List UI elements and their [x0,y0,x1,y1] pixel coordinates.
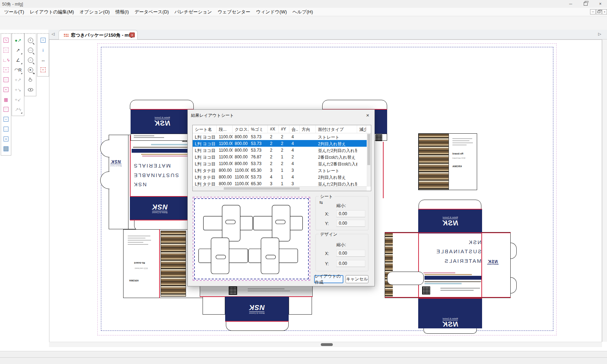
table-body[interactable]: L判 ヨコ目1100.00800.0053.73224ストレートL判 ヨコ目11… [193,133,371,187]
column-header[interactable]: クロス... [233,125,249,133]
measure-distance-tool[interactable]: ●↗ [14,36,22,45]
column-header[interactable]: 合.. [289,125,300,133]
design-group-label: デザイン [319,231,339,237]
swap-arrows-icon[interactable]: ⇆ [319,200,323,205]
canvas-hscrollbar-thumb[interactable] [321,343,333,346]
table-cell: 1100.00 [233,167,249,174]
sheet-x-field[interactable]: 0.00 [336,210,365,217]
move-copy-tool[interactable]: +↘ [14,85,22,94]
table-cell: 2 [268,153,279,160]
preview-eye-tool[interactable] [26,85,35,94]
menu-tools[interactable]: ツール(T) [1,9,27,15]
dieline-flap [226,322,289,331]
corner-points-tool[interactable]: ∵ [2,105,10,114]
move-flash-tool[interactable]: ↗ϟ [14,105,22,114]
menu-info[interactable]: 情報(I) [113,9,132,15]
mdi-close-button[interactable]: × [602,9,607,14]
zoom-extents-tool[interactable]: ∗ [26,65,35,74]
menu-webcenter[interactable]: ウェブセンター [215,9,253,15]
canvas-hscrollbar[interactable] [49,342,602,347]
radius-tool[interactable]: ◠R [14,65,22,74]
restore-button[interactable] [578,0,593,8]
table-cell: 2 [279,140,289,147]
zoom-in-tool-icon: + [28,38,33,43]
table-row[interactable]: L判 タテ目800.001100.0053.734142列目入れ替え [193,174,371,180]
dialog-close-button[interactable]: × [362,110,374,120]
menu-database[interactable]: データベース(D) [132,9,172,15]
dashed-region-tool[interactable]: + [2,65,10,74]
filled-panel-tool[interactable] [2,144,10,153]
measure-distance-tool-icon: ●↗ [15,38,22,43]
sheet-y-field[interactable]: 0.00 [336,220,365,227]
column-header[interactable]: %ゴミ [249,125,268,133]
table-hscrollbar[interactable] [193,186,367,191]
table-row[interactable]: L判 ヨコ目1100.00800.0076.872122番目colの入れ替え [193,153,371,160]
point-edit-flash-tool[interactable]: ∴ [2,46,10,55]
fit-region-tool[interactable]: + [39,65,47,74]
add-part-tool[interactable]: + [39,36,47,45]
cut-lines-tool[interactable]: ≡ [2,134,10,144]
create-layout-button[interactable]: レイアウトの作成 [314,275,343,283]
canvas-vscrollbar[interactable] [602,40,607,342]
move-tool[interactable]: +↗ [14,75,22,84]
table-row[interactable]: L判 ヨコ目1100.00800.0053.73224並んだ2番目colの入れ替… [193,160,371,167]
mdi-restore-icon [597,11,600,13]
mdi-minimize-button[interactable]: ─ [590,9,596,14]
column-header[interactable]: #X [268,125,279,133]
tab-close-button[interactable]: x [130,32,135,37]
point-add-tool[interactable]: ∷ [2,75,10,84]
table-cell: L判 タテ目 [193,174,217,180]
tab-scroll-right[interactable]: ▷ [598,32,601,36]
close-button[interactable]: × [593,0,607,8]
menu-window[interactable]: ウィンドウ(W) [253,9,289,15]
table-vscrollbar[interactable] [367,133,371,187]
zoom-out-tool[interactable]: − [26,55,35,65]
menu-layout-edit[interactable]: レイアウトの編集(M) [27,9,77,15]
zoom-in-tool[interactable]: + [26,36,35,45]
corner-flash-tool[interactable]: ∟ϟ [2,55,10,65]
collapse-arrows-tool[interactable]: × [2,85,10,94]
tab-active-document[interactable]: 窓つきパッケージ150角 - mfg x [59,30,138,40]
column-header[interactable]: 面付けタイプ [316,125,357,133]
column-header[interactable]: シート名 [193,125,217,133]
table-row[interactable]: L判 ヨコ目1100.00800.0053.732242列目入れ替え [193,140,371,147]
part-span-tool[interactable]: ↔ [39,55,47,65]
column-header[interactable]: 減少 [357,125,366,133]
zoom-custom-tool[interactable]: ⋯ [26,46,35,55]
perforation-tool[interactable]: … [2,125,10,134]
minimize-button[interactable]: ─ [563,0,578,8]
table-cell [357,153,366,160]
angle-tool[interactable]: ∠ [14,55,22,65]
toolbar: 型 ダイエッジ ▾ ダイボードエッジ ▾ ☑☑ ☑ ⇄ mm [0,16,607,30]
part-info-tool[interactable]: i [39,46,47,55]
dialog-title-bar[interactable]: 結果レイアウトシート × [188,110,374,120]
table-cell: 4 [268,174,279,180]
column-header[interactable]: #Y [279,125,289,133]
menu-options[interactable]: オプション(O) [77,9,113,15]
table-row[interactable]: L判 ヨコ目1100.00800.0053.73224ストレート [193,133,371,140]
tab-scroll-left[interactable]: ◁ [52,32,54,36]
grid-layout-tool[interactable]: ▦ [2,95,10,104]
mdi-restore-button[interactable] [596,9,602,14]
design-y-field[interactable]: 0.00 [336,260,365,267]
distance-arrow-tool[interactable]: ↗ [14,46,22,55]
pan-hand-tool[interactable] [26,75,35,84]
table-cell [357,133,366,140]
dieline-flap [423,328,477,334]
table-row[interactable]: L判 タテ目800.001100.0065.30313ストレート [193,167,371,174]
move-points-tool[interactable]: +↙ [14,95,22,104]
layout-results-table[interactable]: シート名段...クロス...%ゴミ#X#Y合..方向面付けタイプ減少 L判 ヨコ… [192,125,371,191]
table-cell: 800.00 [233,140,249,147]
cardboard-photo [385,233,393,297]
duplicate-flash-tool[interactable]: ϟ [2,36,10,45]
column-header[interactable]: 方向 [300,125,316,133]
table-vscrollbar-thumb[interactable] [367,134,370,165]
design-x-field[interactable]: 0.00 [336,250,365,257]
column-header[interactable]: 段... [217,125,233,133]
table-row[interactable]: L判 ヨコ目1100.00800.0053.73224並んだ2列目の入れ替え [193,147,371,153]
cancel-button[interactable]: キャンセル [345,275,368,283]
table-hscrollbar-thumb[interactable] [224,187,300,190]
menu-help[interactable]: ヘルプ(H) [290,9,316,15]
menu-palletization[interactable]: パレチゼーション [172,9,215,15]
bridge-tool[interactable]: = [2,115,10,124]
